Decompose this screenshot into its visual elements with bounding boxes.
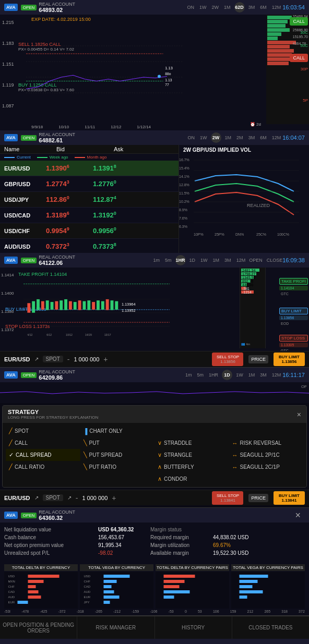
ob-label-50c: 50C (300, 43, 308, 48)
svg-rect-95 (164, 596, 174, 599)
svg-text:CHF: CHF (8, 585, 15, 588)
tf-active-2[interactable]: 2W (211, 132, 221, 143)
strategy-chart-only[interactable]: ▐CHART ONLY (80, 425, 229, 437)
tf-12m-3[interactable]: 12M (235, 257, 247, 263)
strategy-close-btn[interactable]: × (297, 410, 301, 419)
strategy-call-ratio[interactable]: ╱CALL RATIO (6, 461, 80, 473)
buy-limit-button-4[interactable]: BUY LIMIT 1.13841 (274, 491, 305, 505)
svg-rect-46 (55, 301, 58, 310)
tf-1w-3[interactable]: 1W (199, 257, 209, 263)
tf-on-1[interactable]: ON (186, 4, 196, 10)
rate-row-usdjpy[interactable]: USD/JPY 112.860 112.874 (0, 192, 179, 208)
tf-1m-3[interactable]: 1m (152, 257, 162, 263)
open-badge-3: OPEN (21, 258, 37, 263)
tf-1d-3[interactable]: 1D (188, 257, 197, 263)
tf-active-3[interactable]: 1HR (175, 255, 186, 265)
vega-svg: USD CHF CAD AUD EUR JPY (80, 572, 153, 609)
strategy-modal: STRATEGY LONG PRESS FOR STRATEGY EXPLANA… (2, 405, 307, 488)
svg-text:CAD: CAD (84, 585, 91, 588)
sell-stop-button-4[interactable]: SELL STOP 1.13841 (212, 491, 243, 505)
tf-bar-2: ON 1W 2W 1M 2M 3M 6M 12M (186, 132, 283, 143)
strategy-seagull-2p1c[interactable]: ↔SEAGULL 2P/1C (229, 449, 304, 461)
strategy-seagull-2c1p[interactable]: ↔SEAGULL 2C/1P (229, 461, 304, 473)
tf-6m-1[interactable]: 6M (258, 4, 268, 10)
rate-row-usdcad[interactable]: USD/CAD 1.31896 1.31920 (0, 208, 179, 223)
tf-3m-2[interactable]: 3M (247, 135, 257, 141)
ava-logo-2: AVA (4, 134, 18, 141)
panel5-close-btn[interactable]: × (291, 510, 305, 521)
svg-rect-49 (69, 301, 72, 310)
tf-1m-1[interactable]: 1M (222, 4, 232, 10)
tf-2w-1[interactable]: 2W (210, 4, 221, 10)
svg-text:EUR: EUR (8, 601, 15, 604)
rate-row-usdchf[interactable]: USD/CHF 0.99549 0.99560 (0, 223, 179, 239)
svg-text:25P%: 25P% (215, 233, 224, 236)
strategy-butterfly[interactable]: ∧BUTTERFLY (154, 461, 229, 473)
strategy-grid: ╱SPOT ▐CHART ONLY ╱CALL ╲PUT ∨STRADDLE ↔… (3, 423, 306, 487)
nav-closed-trades[interactable]: CLOSED TRADES (232, 616, 309, 639)
svg-text:1.13952: 1.13952 (122, 308, 136, 313)
ob-label-30c: 30C (300, 30, 308, 35)
svg-text:25C%: 25C% (256, 233, 266, 236)
strategy-call-spread[interactable]: ✓CALL SPREAD (6, 449, 80, 461)
net-option-row: Net option premium value 91,995.34 Margi… (4, 542, 305, 548)
rate-row-gbpusd[interactable]: GBP/USD 1.27743 1.27760 (0, 176, 179, 192)
tf-bar-1: ON 1W 2W 1M 62D 3M 6M 12M (186, 2, 283, 13)
sell-stop-button[interactable]: SELL STOP 1.13856 (212, 353, 243, 366)
tf-2m-2[interactable]: 2M (235, 135, 245, 141)
svg-rect-56 (101, 301, 104, 310)
tf-on-2[interactable]: ON (186, 135, 197, 141)
buy-limit-button[interactable]: BUY LIMIT 1.13856 (274, 353, 305, 366)
qty-plus-4[interactable]: + (112, 494, 116, 502)
tf-12m-1[interactable]: 12M (270, 4, 283, 10)
svg-rect-76 (28, 596, 41, 599)
qty-plus-3[interactable]: + (103, 355, 108, 363)
tf-5m-3[interactable]: 5m (163, 257, 173, 263)
time-3: 16:09:38 (282, 257, 305, 263)
svg-rect-78 (18, 601, 28, 604)
strategy-call[interactable]: ╱CALL (6, 437, 80, 449)
strategy-put[interactable]: ╲PUT (80, 437, 155, 449)
rate-row-eurusd[interactable]: EUR/USD 1.13906 1.13918 (0, 161, 179, 176)
nav-history[interactable]: HISTORY (155, 616, 232, 639)
svg-text:12.8%: 12.8% (179, 183, 189, 187)
tf-active-1[interactable]: 62D (234, 2, 245, 13)
svg-rect-100 (240, 596, 247, 599)
strategy-strangle[interactable]: ∨STRANGLE (154, 449, 229, 461)
strategy-4[interactable]: SPOT (43, 494, 63, 501)
strategy-3[interactable]: SPOT (43, 356, 63, 362)
call-badge-2[interactable]: CALL (290, 54, 308, 62)
strategy-put-ratio[interactable]: ╲PUT RATIO (80, 461, 155, 473)
svg-text:10/12: 10/12 (66, 333, 73, 336)
tf-1w-2[interactable]: 1W (198, 135, 209, 141)
strategy-risk-reversal[interactable]: ↔RISK REVERSAL (229, 437, 304, 449)
qty-minus-3[interactable]: - (67, 355, 70, 363)
nav-risk-manager[interactable]: RISK MANAGER (77, 616, 154, 639)
call-badge-1[interactable]: CALL (290, 17, 308, 26)
svg-rect-93 (164, 585, 180, 588)
tf-3m-1[interactable]: 3M (247, 4, 257, 10)
nav-open-positions[interactable]: OPEN POSITION & PENDING ORDERS (0, 616, 77, 639)
price-4: 1.119 (2, 82, 14, 88)
qty-minus-4[interactable]: - (76, 494, 78, 502)
tf-1m-2[interactable]: 1M (223, 135, 233, 141)
strategy-straddle[interactable]: ∨STRADDLE (154, 437, 229, 449)
tf-3m-3[interactable]: 3M (223, 257, 233, 263)
ava-logo-3: AVA (4, 257, 18, 264)
strategy-put-spread[interactable]: ╲PUT SPREAD (80, 449, 155, 461)
strategy-condor[interactable]: ∧CONDOR (154, 473, 229, 485)
open-badge-5: OPEN (21, 513, 37, 518)
tf-1m2-3[interactable]: 1M (211, 257, 221, 263)
svg-text:JPY: JPY (84, 601, 90, 604)
svg-rect-80 (104, 575, 130, 578)
rate-row-audusd[interactable]: AUD/USD 0.73723 0.73738 (0, 239, 179, 254)
quantity-3: 1 000 000 (74, 356, 99, 362)
panel2-header: AVA OPEN REAL ACCOUNT 64882.61 ON 1W 2W … (0, 130, 309, 145)
tf-1w-1[interactable]: 1W (198, 4, 208, 10)
svg-rect-42 (37, 299, 40, 310)
chart-preview-4: OF (0, 382, 309, 403)
tf-12m-2[interactable]: 12M (270, 135, 283, 141)
tf-6m-2[interactable]: 6M (258, 135, 268, 141)
strategy-spot[interactable]: ╱SPOT (6, 425, 80, 437)
account-label-5: REAL ACCOUNT (39, 509, 75, 515)
